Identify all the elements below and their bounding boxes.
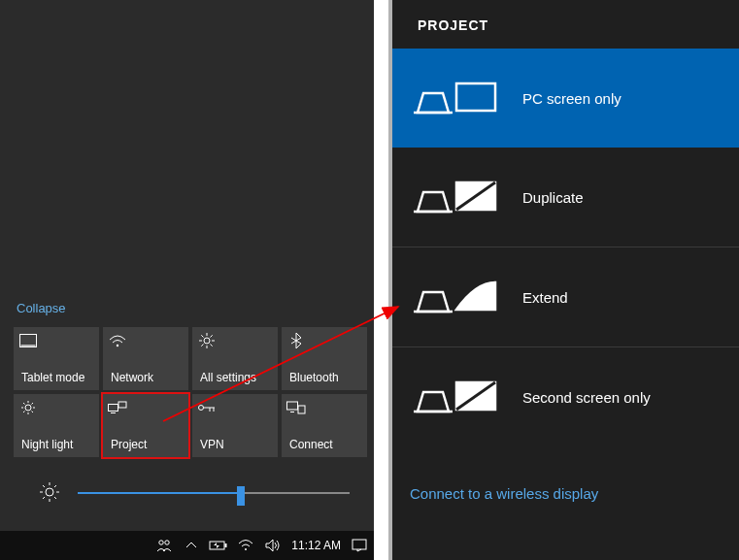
tile-label: Bluetooth — [289, 371, 339, 384]
panel-divider — [374, 0, 388, 560]
tile-label: Connect — [289, 438, 333, 451]
project-small-icon — [109, 400, 126, 415]
svg-line-36 — [43, 485, 45, 487]
brightness-slider-knob[interactable] — [237, 486, 245, 506]
second-screen-only-icon — [410, 373, 501, 421]
tile-all-settings[interactable]: All settings — [192, 327, 278, 390]
bluetooth-icon — [287, 333, 305, 348]
quick-action-tiles: Tablet mode Network All settings Bluetoo… — [14, 327, 367, 457]
svg-line-9 — [211, 345, 213, 346]
svg-point-3 — [204, 338, 210, 344]
tile-label: Tablet mode — [21, 371, 84, 384]
project-option-label: Extend — [522, 289, 568, 306]
connect-icon — [287, 400, 305, 415]
tablet-icon — [19, 333, 37, 348]
svg-line-19 — [32, 403, 34, 405]
tile-vpn[interactable]: VPN — [192, 394, 278, 457]
project-option-label: Second screen only — [522, 389, 651, 406]
svg-point-2 — [117, 345, 118, 346]
brightness-slider-fill — [78, 492, 241, 494]
svg-line-10 — [211, 335, 213, 337]
duplicate-icon — [410, 173, 501, 221]
tile-label: Project — [111, 438, 147, 451]
svg-rect-43 — [225, 544, 227, 547]
brightness-slider[interactable] — [78, 492, 350, 494]
action-center-panel: Collapse Tablet mode Network All setting… — [0, 0, 374, 560]
svg-point-24 — [199, 406, 204, 411]
svg-line-18 — [32, 412, 34, 413]
svg-point-40 — [159, 541, 163, 544]
taskbar: 11:12 AM — [0, 531, 374, 560]
volume-tray-icon[interactable] — [264, 539, 282, 552]
svg-point-44 — [245, 548, 247, 550]
svg-rect-30 — [298, 406, 305, 413]
project-option-second-screen-only[interactable]: Second screen only — [392, 347, 739, 446]
power-tray-icon[interactable] — [210, 540, 227, 551]
svg-rect-1 — [21, 345, 36, 346]
extend-icon — [410, 273, 501, 321]
svg-line-20 — [23, 412, 25, 413]
svg-line-39 — [43, 497, 45, 499]
pc-screen-only-icon — [410, 74, 501, 122]
svg-rect-23 — [118, 402, 126, 408]
project-option-duplicate[interactable]: Duplicate — [392, 148, 739, 247]
project-panel: PROJECT PC screen only Duplicate — [388, 0, 739, 560]
connect-wireless-display-link[interactable]: Connect to a wireless display — [410, 485, 598, 502]
tile-project[interactable]: Project — [103, 394, 188, 457]
tile-label: Network — [111, 371, 153, 384]
tile-night-light[interactable]: Night light — [14, 394, 99, 457]
gear-icon — [198, 333, 216, 348]
taskbar-clock[interactable]: 11:12 AM — [291, 539, 341, 552]
svg-rect-45 — [353, 540, 366, 549]
brightness-icon — [39, 481, 66, 506]
project-option-pc-screen-only[interactable]: PC screen only — [392, 49, 739, 148]
tile-tablet-mode[interactable]: Tablet mode — [14, 327, 99, 390]
svg-rect-28 — [287, 402, 298, 410]
project-option-label: Duplicate — [522, 189, 584, 206]
tile-label: All settings — [200, 371, 256, 384]
tray-chevron-icon[interactable] — [183, 541, 200, 550]
vpn-icon — [198, 400, 216, 415]
svg-point-31 — [46, 488, 53, 496]
svg-point-41 — [165, 541, 169, 544]
project-option-extend[interactable]: Extend — [392, 247, 739, 347]
collapse-link[interactable]: Collapse — [17, 301, 66, 315]
svg-point-12 — [25, 405, 31, 411]
tile-label: VPN — [200, 438, 224, 451]
notifications-tray-icon[interactable] — [351, 539, 368, 552]
svg-line-37 — [54, 497, 56, 499]
svg-line-8 — [201, 335, 203, 337]
svg-line-17 — [23, 403, 25, 405]
svg-rect-47 — [456, 83, 495, 111]
tile-connect[interactable]: Connect — [282, 394, 367, 457]
tile-bluetooth[interactable]: Bluetooth — [282, 327, 367, 390]
tile-network[interactable]: Network — [103, 327, 188, 390]
wifi-icon — [109, 333, 126, 348]
tile-label: Night light — [21, 438, 73, 451]
project-panel-title: PROJECT — [392, 0, 739, 49]
svg-rect-21 — [109, 405, 118, 412]
svg-line-38 — [54, 485, 56, 487]
svg-line-11 — [201, 345, 203, 346]
wifi-tray-icon[interactable] — [237, 540, 254, 551]
project-option-label: PC screen only — [522, 90, 621, 107]
sun-icon — [19, 400, 37, 415]
people-tray-icon[interactable] — [155, 539, 173, 552]
brightness-slider-row — [39, 474, 350, 512]
